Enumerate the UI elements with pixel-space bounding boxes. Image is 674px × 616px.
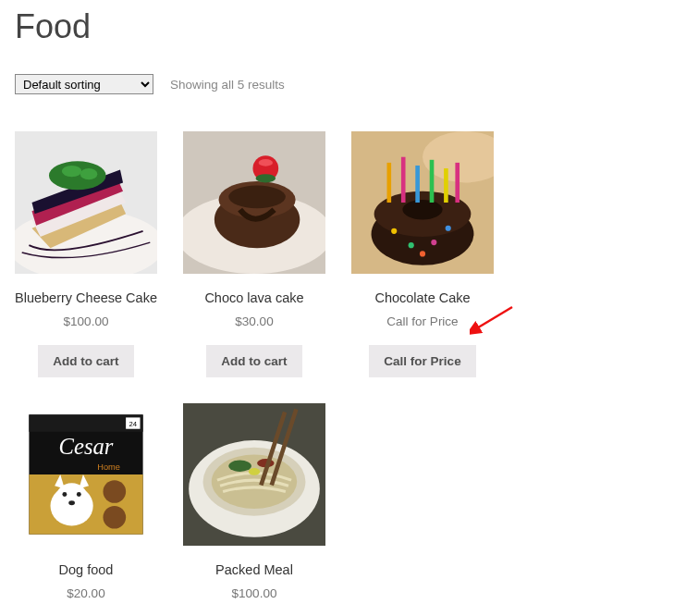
product-thumbnail[interactable] <box>351 131 494 274</box>
product-title: Blueberry Cheese Cake <box>15 290 157 305</box>
svg-point-28 <box>420 251 425 256</box>
page-title: Food <box>15 7 659 46</box>
svg-text:Home: Home <box>97 462 120 472</box>
product-card: Blueberry Cheese Cake $100.00 Add to car… <box>15 131 157 377</box>
product-grid: Blueberry Cheese Cake $100.00 Add to car… <box>15 131 659 616</box>
add-to-cart-button[interactable]: Add to cart <box>38 345 133 377</box>
product-card: Chocolate Cake Call for Price Call for P… <box>351 131 494 377</box>
svg-text:Cesar: Cesar <box>59 434 114 459</box>
product-price: $100.00 <box>15 314 157 328</box>
svg-point-3 <box>62 166 82 177</box>
svg-point-51 <box>249 468 260 475</box>
svg-point-25 <box>409 242 414 248</box>
product-thumbnail[interactable]: Cesar Home 24 <box>15 403 157 546</box>
svg-point-39 <box>77 492 81 497</box>
svg-rect-19 <box>401 157 406 203</box>
svg-point-26 <box>431 240 436 245</box>
product-thumbnail[interactable] <box>183 131 325 274</box>
svg-text:24: 24 <box>129 420 138 428</box>
controls-row: Default sorting Showing all 5 results <box>15 74 659 94</box>
svg-point-41 <box>103 480 126 503</box>
svg-rect-21 <box>430 160 435 203</box>
svg-rect-20 <box>415 166 420 203</box>
product-price: $20.00 <box>15 586 157 600</box>
product-price: Call for Price <box>351 314 494 328</box>
svg-point-12 <box>256 174 276 182</box>
add-to-cart-button[interactable]: Add to cart <box>206 345 301 377</box>
call-for-price-button[interactable]: Call for Price <box>369 345 475 377</box>
svg-rect-23 <box>455 163 460 203</box>
product-thumbnail[interactable] <box>15 131 157 274</box>
svg-point-4 <box>80 168 97 179</box>
svg-point-49 <box>228 461 251 472</box>
sort-select[interactable]: Default sorting <box>15 74 153 94</box>
svg-point-27 <box>446 226 451 231</box>
product-price: $30.00 <box>183 314 325 328</box>
product-card: Cesar Home 24 Dog food $20.00 Add to car… <box>15 403 157 616</box>
product-title: Choco lava cake <box>183 290 325 305</box>
product-card: Choco lava cake $30.00 Add to cart <box>183 131 325 377</box>
svg-point-17 <box>402 200 442 220</box>
svg-point-24 <box>391 228 397 234</box>
svg-rect-18 <box>387 163 392 203</box>
svg-point-9 <box>228 186 286 209</box>
product-title: Packed Meal <box>183 562 325 577</box>
product-price: $100.00 <box>183 586 325 600</box>
product-card: Packed Meal $100.00 Add to cart <box>183 403 325 616</box>
svg-point-38 <box>62 492 67 497</box>
product-thumbnail[interactable] <box>183 403 325 546</box>
product-title: Dog food <box>15 562 157 577</box>
product-title: Chocolate Cake <box>351 290 494 305</box>
svg-point-11 <box>259 159 273 166</box>
result-count: Showing all 5 results <box>170 78 285 92</box>
svg-point-42 <box>103 506 126 529</box>
svg-rect-22 <box>444 168 448 203</box>
svg-point-40 <box>68 500 75 505</box>
